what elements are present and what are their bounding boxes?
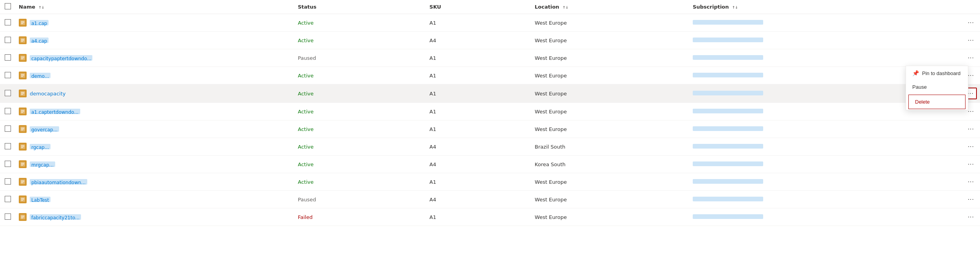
context-menu-pause[interactable]: Pause [906, 80, 968, 94]
row-ellipsis-button[interactable]: ··· [965, 52, 977, 63]
row-checkbox[interactable] [5, 143, 11, 149]
row-name-blurred[interactable]: a4.cap [30, 38, 49, 43]
row-status-cell: Failed [293, 208, 425, 226]
table-row: a4.capActiveA4West Europe··· [0, 32, 980, 49]
resource-icon [19, 54, 27, 62]
row-status-cell: Active [293, 67, 425, 84]
header-name[interactable]: Name ↑↓ [14, 0, 293, 14]
row-location-cell: West Europe [530, 120, 688, 138]
row-status: Active [298, 73, 313, 79]
select-all-checkbox[interactable] [5, 3, 11, 9]
row-subscription-blurred [693, 55, 763, 60]
row-location-cell: West Europe [530, 191, 688, 208]
row-name-blurred[interactable]: pbiaautomationdown... [30, 179, 87, 185]
row-ellipsis-button[interactable]: ··· [965, 17, 977, 28]
row-name-cell: demo... [14, 67, 293, 84]
table-row: pbiaautomationdown...ActiveA1West Europe… [0, 173, 980, 191]
row-subscription-cell [688, 191, 957, 208]
row-name-cell: pbiaautomationdown... [14, 173, 293, 191]
name-sort-icon[interactable]: ↑↓ [39, 5, 45, 9]
row-subscription-cell [688, 14, 957, 32]
subscription-sort-icon[interactable]: ↑↓ [732, 5, 738, 9]
row-checkbox-cell [0, 67, 14, 84]
row-name-blurred[interactable]: a1.cap [30, 20, 49, 25]
row-sku-cell: A4 [425, 191, 530, 208]
row-checkbox[interactable] [5, 90, 11, 96]
row-status-cell: Active [293, 138, 425, 156]
row-actions-cell: ··· [957, 120, 980, 138]
header-subscription[interactable]: Subscription ↑↓ [688, 0, 957, 14]
header-checkbox-cell [0, 0, 14, 14]
row-subscription-blurred [693, 161, 763, 166]
row-ellipsis-button[interactable]: ··· [965, 212, 977, 222]
row-name-blurred[interactable]: demo... [30, 73, 50, 78]
row-name-blurred[interactable]: capacitypaptertdowndo... [30, 55, 92, 61]
row-location-cell: West Europe [530, 67, 688, 84]
row-status: Paused [298, 197, 316, 203]
row-actions-cell: ··· [957, 138, 980, 156]
row-ellipsis-button[interactable]: ··· [965, 124, 977, 134]
row-name-link[interactable]: democapacity [30, 91, 66, 97]
row-ellipsis-button[interactable]: ··· [965, 141, 977, 152]
row-checkbox-cell [0, 173, 14, 191]
table-row: demo...ActiveA1West Europe··· [0, 67, 980, 84]
row-checkbox[interactable] [5, 37, 11, 43]
row-status-cell: Active [293, 14, 425, 32]
row-location-cell: West Europe [530, 103, 688, 120]
resource-icon [19, 90, 27, 97]
row-name-cell: democapacity [14, 84, 293, 103]
row-checkbox-cell [0, 84, 14, 103]
table-header-row: Name ↑↓ Status SKU Location ↑↓ Subscript… [0, 0, 980, 14]
row-name-blurred[interactable]: rgcap... [30, 144, 50, 149]
row-sku-cell: A1 [425, 208, 530, 226]
row-ellipsis-button[interactable]: ··· [965, 176, 977, 187]
resource-table: Name ↑↓ Status SKU Location ↑↓ Subscript… [0, 0, 980, 226]
row-checkbox[interactable] [5, 19, 11, 25]
context-menu-delete[interactable]: Delete [908, 95, 966, 109]
row-checkbox[interactable] [5, 126, 11, 132]
row-checkbox-cell [0, 138, 14, 156]
resource-icon [19, 19, 27, 27]
row-name-blurred[interactable]: govercap... [30, 126, 59, 132]
row-checkbox[interactable] [5, 196, 11, 202]
row-name-blurred[interactable]: LabTest [30, 197, 50, 202]
resource-icon [19, 178, 27, 186]
row-status: Active [298, 179, 313, 185]
row-name-blurred[interactable]: a1.captertdowndo... [30, 109, 80, 114]
resource-icon [19, 72, 27, 79]
row-subscription-blurred [693, 197, 763, 201]
row-status: Paused [298, 55, 316, 61]
resource-icon [19, 125, 27, 133]
row-subscription-blurred [693, 126, 763, 131]
row-location-cell: West Europe [530, 208, 688, 226]
row-checkbox[interactable] [5, 72, 11, 78]
row-checkbox[interactable] [5, 213, 11, 220]
row-status-cell: Paused [293, 49, 425, 67]
row-checkbox-cell [0, 49, 14, 67]
row-ellipsis-button[interactable]: ··· [965, 194, 977, 205]
row-status-cell: Active [293, 173, 425, 191]
context-menu: 📌 Pin to dashboard Pause Delete [906, 66, 968, 110]
context-menu-pin[interactable]: 📌 Pin to dashboard [906, 66, 968, 80]
row-actions-cell: ··· [957, 14, 980, 32]
row-checkbox-cell [0, 103, 14, 120]
row-name-blurred[interactable]: mrgcap... [30, 161, 55, 167]
row-checkbox[interactable] [5, 161, 11, 167]
row-location-cell: West Europe [530, 173, 688, 191]
row-location-cell: West Europe [530, 32, 688, 49]
row-checkbox[interactable] [5, 54, 11, 61]
row-status: Failed [298, 214, 313, 220]
resource-icon [19, 160, 27, 168]
row-checkbox-cell [0, 191, 14, 208]
table-row: mrgcap...ActiveA4Korea South··· [0, 156, 980, 173]
pin-icon: 📌 [912, 70, 919, 76]
row-ellipsis-button[interactable]: ··· [965, 159, 977, 170]
row-checkbox[interactable] [5, 108, 11, 114]
row-checkbox[interactable] [5, 178, 11, 185]
row-ellipsis-button[interactable]: ··· [965, 35, 977, 46]
row-location-cell: West Europe [530, 49, 688, 67]
header-location[interactable]: Location ↑↓ [530, 0, 688, 14]
row-name-blurred[interactable]: fabriccapacity21to... [30, 214, 81, 220]
row-subscription-blurred [693, 214, 763, 219]
location-sort-icon[interactable]: ↑↓ [562, 5, 568, 9]
